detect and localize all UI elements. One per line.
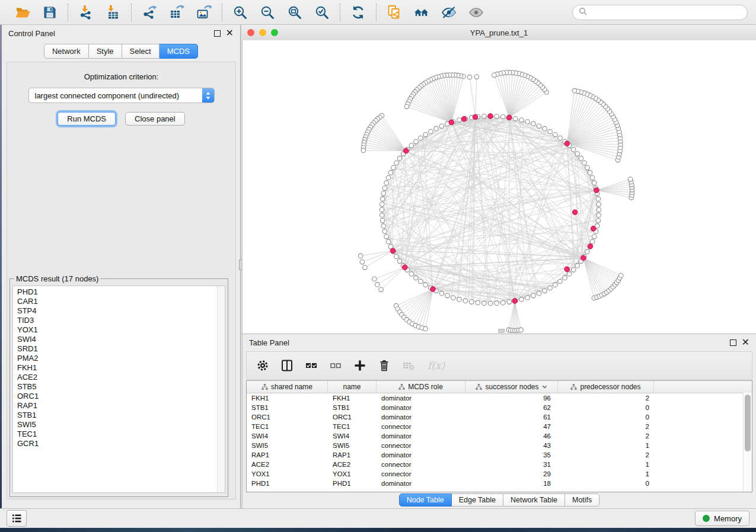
table-cell: ACE2 bbox=[247, 461, 328, 468]
mcds-result-item[interactable]: TEC1 bbox=[17, 430, 225, 439]
optimization-criterion-select[interactable]: largest connected component (undirected) bbox=[28, 88, 215, 103]
mcds-result-item[interactable]: SWI4 bbox=[17, 335, 225, 344]
dropdown-stepper-icon bbox=[202, 88, 214, 102]
table-row[interactable]: TEC1TEC1connector472 bbox=[247, 422, 752, 431]
save-session-button[interactable] bbox=[41, 4, 59, 21]
close-panel-button[interactable]: ✕ bbox=[226, 30, 234, 37]
column-header-shared-name[interactable]: shared name bbox=[247, 381, 328, 393]
search-input[interactable] bbox=[591, 7, 741, 17]
float-table-panel-button[interactable] bbox=[730, 339, 736, 346]
first-neighbors-icon bbox=[414, 5, 429, 20]
memory-status-icon bbox=[703, 515, 710, 522]
show-columns-button[interactable] bbox=[280, 359, 294, 372]
search-box[interactable] bbox=[572, 5, 748, 20]
table-cell: 1 bbox=[558, 461, 658, 468]
export-network-button[interactable] bbox=[141, 4, 158, 21]
mcds-result-item[interactable]: STB1 bbox=[17, 411, 225, 420]
add-column-button[interactable] bbox=[353, 359, 366, 372]
close-table-panel-button[interactable]: ✕ bbox=[742, 339, 749, 346]
mcds-result-item[interactable]: ORC1 bbox=[17, 392, 225, 401]
table-row[interactable]: RAP1RAP1dominator352 bbox=[247, 450, 752, 460]
table-row[interactable]: ACE2ACE2connector311 bbox=[247, 460, 752, 469]
table-settings-button[interactable] bbox=[256, 359, 269, 372]
export-table-button[interactable] bbox=[168, 4, 186, 21]
mcds-result-item[interactable]: STP4 bbox=[17, 306, 225, 316]
import-table-button[interactable] bbox=[104, 4, 122, 21]
close-mcds-panel-button[interactable]: Close panel bbox=[125, 112, 185, 126]
select-all-button[interactable] bbox=[305, 359, 318, 372]
mcds-result-item[interactable]: FKH1 bbox=[17, 363, 225, 373]
optimization-criterion-value: largest connected component (undirected) bbox=[29, 91, 202, 100]
mcds-result-item[interactable]: YOX1 bbox=[17, 325, 225, 335]
deselect-all-button[interactable] bbox=[329, 359, 342, 372]
column-header-mcds-role[interactable]: MCDS role bbox=[377, 381, 465, 393]
column-header-predecessor-nodes[interactable]: predecessor nodes bbox=[558, 381, 654, 393]
zoom-selected-button[interactable] bbox=[313, 4, 331, 21]
hide-selected-button[interactable] bbox=[440, 4, 458, 21]
tab-edge-table[interactable]: Edge Table bbox=[452, 493, 503, 507]
mcds-result-item[interactable]: ACE2 bbox=[17, 373, 225, 382]
import-network-button[interactable] bbox=[77, 4, 95, 21]
network-window-titlebar[interactable]: YPA_prune.txt_1 bbox=[242, 25, 756, 41]
table-row[interactable]: ORC1ORC1dominator610 bbox=[247, 412, 752, 422]
window-zoom-button[interactable] bbox=[271, 29, 278, 36]
mcds-result-item[interactable]: CAR1 bbox=[17, 297, 225, 306]
table-cell: dominator bbox=[377, 404, 465, 411]
save-session-icon bbox=[42, 5, 58, 20]
table-cell: SWI5 bbox=[247, 442, 328, 449]
first-neighbors-button[interactable] bbox=[413, 4, 430, 21]
zoom-fit-button[interactable] bbox=[286, 4, 304, 21]
mcds-result-item[interactable]: SRD1 bbox=[17, 344, 225, 354]
zoom-selected-icon bbox=[314, 5, 330, 20]
task-history-button[interactable] bbox=[7, 510, 27, 527]
mcds-result-item[interactable]: GCR1 bbox=[17, 439, 225, 448]
table-row[interactable]: STB1STB1dominator620 bbox=[247, 403, 752, 412]
table-row[interactable]: SWI4SWI4dominator462 bbox=[247, 431, 752, 441]
mcds-result-item[interactable]: RAP1 bbox=[17, 401, 225, 411]
table-scrollbar-thumb[interactable] bbox=[745, 395, 751, 451]
table-cell: 62 bbox=[465, 404, 558, 411]
tab-network-table[interactable]: Network Table bbox=[503, 493, 565, 507]
deselect-all-icon bbox=[329, 359, 342, 372]
run-mcds-button[interactable]: Run MCDS bbox=[58, 112, 116, 126]
table-cell: YOX1 bbox=[247, 470, 328, 477]
mcds-result-item[interactable]: STB5 bbox=[17, 382, 225, 392]
tab-node-table[interactable]: Node Table bbox=[399, 493, 452, 507]
table-row[interactable]: FKH1FKH1dominator962 bbox=[247, 393, 752, 403]
open-file-button[interactable] bbox=[14, 4, 31, 21]
window-close-button[interactable] bbox=[247, 29, 254, 36]
tab-motifs[interactable]: Motifs bbox=[565, 493, 599, 507]
zoom-in-button[interactable] bbox=[231, 4, 249, 21]
mcds-result-item[interactable]: SWI5 bbox=[17, 420, 225, 430]
table-cell: 2 bbox=[558, 423, 658, 430]
tab-mcds[interactable]: MCDS bbox=[160, 44, 198, 59]
table-row[interactable]: PHD1PHD1dominator180 bbox=[247, 479, 752, 488]
export-image-button[interactable] bbox=[195, 4, 213, 21]
mcds-result-item[interactable]: PMA2 bbox=[17, 354, 225, 363]
tab-select[interactable]: Select bbox=[122, 44, 160, 59]
mcds-list-scrollbar[interactable] bbox=[217, 286, 225, 492]
tab-style[interactable]: Style bbox=[89, 44, 122, 59]
export-image-icon bbox=[196, 5, 212, 20]
tab-network[interactable]: Network bbox=[44, 44, 89, 59]
mcds-result-item[interactable]: TID3 bbox=[17, 316, 225, 325]
table-scrollbar[interactable] bbox=[743, 393, 752, 492]
column-header-successor-nodes[interactable]: successor nodes bbox=[465, 381, 558, 393]
refresh-button[interactable] bbox=[349, 4, 367, 21]
table-row[interactable]: YOX1YOX1connector291 bbox=[247, 469, 752, 479]
mcds-result-list[interactable]: PHD1CAR1STP4TID3YOX1SWI4SRD1PMA2FKH1ACE2… bbox=[12, 286, 225, 493]
network-canvas[interactable] bbox=[242, 40, 756, 334]
delete-column-button[interactable] bbox=[378, 359, 391, 372]
table-row[interactable]: SWI5SWI5connector431 bbox=[247, 441, 752, 450]
memory-button[interactable]: Memory bbox=[695, 511, 749, 526]
window-minimize-button[interactable] bbox=[259, 29, 266, 36]
show-all-button[interactable] bbox=[467, 4, 485, 21]
mcds-result-item[interactable]: PHD1 bbox=[17, 287, 225, 297]
column-label: successor nodes bbox=[485, 383, 538, 391]
canvas-resize-grip[interactable] bbox=[498, 329, 505, 333]
open-file-icon bbox=[15, 5, 30, 20]
float-panel-button[interactable] bbox=[214, 30, 221, 37]
clone-network-button[interactable] bbox=[385, 4, 403, 21]
zoom-out-button[interactable] bbox=[259, 4, 276, 21]
column-header-name[interactable]: name bbox=[328, 381, 377, 393]
